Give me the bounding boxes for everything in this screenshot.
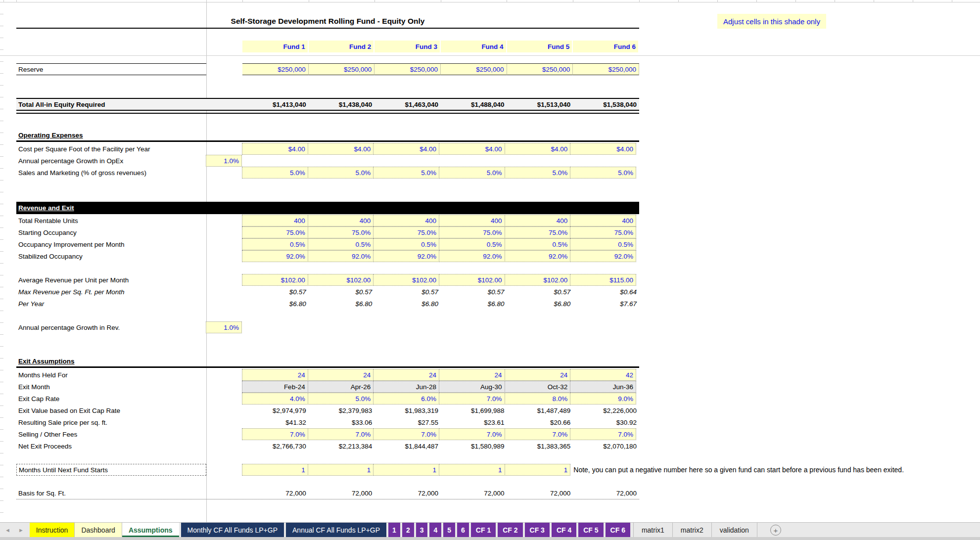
cell-rentable-units-fund4[interactable]: 400 bbox=[439, 215, 505, 226]
cell-exit-cap-rate-fund6[interactable]: 9.0% bbox=[570, 393, 636, 405]
cell-cost-per-sqft-fund6[interactable]: $4.00 bbox=[570, 143, 636, 155]
cell-months-until-next-fund5[interactable]: 1 bbox=[505, 464, 571, 476]
tab-4[interactable]: 4 bbox=[429, 523, 441, 537]
cell-reserve-fund4[interactable]: $250,000 bbox=[441, 63, 507, 75]
tab-cf-5[interactable]: CF 5 bbox=[578, 523, 603, 537]
cell-rentable-units-fund1[interactable]: 400 bbox=[242, 215, 308, 226]
tab-1[interactable]: 1 bbox=[388, 523, 400, 537]
cell-reserve-fund3[interactable]: $250,000 bbox=[374, 63, 441, 75]
cell-rentable-units-fund6[interactable]: 400 bbox=[570, 215, 636, 226]
row-label-net-exit-proceeds: Net Exit Proceeds bbox=[16, 440, 206, 452]
tab-cf-2[interactable]: CF 2 bbox=[498, 523, 522, 537]
cell-sales-marketing-fund4[interactable]: 5.0% bbox=[439, 167, 505, 179]
cell-months-held-fund2[interactable]: 24 bbox=[308, 369, 374, 381]
tab-scroll-left-icon[interactable]: ◄ bbox=[5, 527, 10, 533]
spacer-sale-price-sqft bbox=[206, 416, 242, 428]
tab-validation[interactable]: validation bbox=[712, 523, 757, 537]
cell-selling-fees-fund2[interactable]: 7.0% bbox=[308, 428, 374, 440]
section-label-operating-expenses: Operating Expenses bbox=[16, 132, 83, 139]
cell-cost-per-sqft-fund4[interactable]: $4.00 bbox=[439, 143, 505, 155]
cell-stabilized-occupancy-fund6[interactable]: 92.0% bbox=[570, 250, 636, 262]
tab-2[interactable]: 2 bbox=[402, 523, 414, 537]
cell-occupancy-improvement-fund6[interactable]: 0.5% bbox=[570, 238, 636, 250]
cell-stabilized-occupancy-fund4[interactable]: 92.0% bbox=[439, 250, 505, 262]
cell-avg-revenue-unit-fund1[interactable]: $102.00 bbox=[242, 274, 308, 286]
add-sheet-button[interactable]: + bbox=[770, 525, 781, 536]
cell-avg-revenue-unit-fund2[interactable]: $102.00 bbox=[308, 274, 374, 286]
tab-cf-4[interactable]: CF 4 bbox=[552, 523, 576, 537]
cell-rentable-units-fund2[interactable]: 400 bbox=[308, 215, 374, 226]
input-cell-rev-growth[interactable]: 1.0% bbox=[206, 321, 242, 333]
cell-occupancy-improvement-fund3[interactable]: 0.5% bbox=[373, 238, 439, 250]
tab-dashboard[interactable]: Dashboard bbox=[75, 523, 122, 537]
cell-starting-occupancy-fund2[interactable]: 75.0% bbox=[308, 226, 374, 238]
cell-starting-occupancy-fund1[interactable]: 75.0% bbox=[242, 226, 308, 238]
cell-selling-fees-fund3[interactable]: 7.0% bbox=[373, 428, 439, 440]
tab-matrix1[interactable]: matrix1 bbox=[633, 523, 673, 537]
cell-sales-marketing-fund6[interactable]: 5.0% bbox=[570, 167, 636, 179]
cell-months-until-next-fund1[interactable]: 1 bbox=[242, 464, 308, 476]
cell-exit-cap-rate-fund1[interactable]: 4.0% bbox=[242, 393, 308, 405]
tab-3[interactable]: 3 bbox=[416, 523, 428, 537]
cell-selling-fees-fund4[interactable]: 7.0% bbox=[439, 428, 505, 440]
cell-occupancy-improvement-fund4[interactable]: 0.5% bbox=[439, 238, 505, 250]
cell-cost-per-sqft-fund2[interactable]: $4.00 bbox=[308, 143, 374, 155]
cell-starting-occupancy-fund4[interactable]: 75.0% bbox=[439, 226, 505, 238]
cell-months-until-next-fund3[interactable]: 1 bbox=[373, 464, 439, 476]
cell-occupancy-improvement-fund1[interactable]: 0.5% bbox=[242, 238, 308, 250]
cell-sales-marketing-fund2[interactable]: 5.0% bbox=[308, 167, 374, 179]
cell-selling-fees-fund5[interactable]: 7.0% bbox=[505, 428, 571, 440]
tab-5[interactable]: 5 bbox=[443, 523, 455, 537]
cell-exit-cap-rate-fund4[interactable]: 7.0% bbox=[439, 393, 505, 405]
tab-annual-cf-all-funds-lp-gp[interactable]: Annual CF All Funds LP+GP bbox=[286, 523, 386, 537]
tab-scroll-right-icon[interactable]: ► bbox=[18, 527, 24, 533]
cell-starting-occupancy-fund6[interactable]: 75.0% bbox=[570, 226, 636, 238]
cell-starting-occupancy-fund5[interactable]: 75.0% bbox=[505, 226, 571, 238]
cell-sales-marketing-fund1[interactable]: 5.0% bbox=[242, 167, 308, 179]
cell-cost-per-sqft-fund5[interactable]: $4.00 bbox=[505, 143, 571, 155]
cell-months-held-fund4[interactable]: 24 bbox=[439, 369, 505, 381]
cell-months-held-fund1[interactable]: 24 bbox=[242, 369, 308, 381]
cell-selling-fees-fund6[interactable]: 7.0% bbox=[570, 428, 636, 440]
cell-reserve-fund1[interactable]: $250,000 bbox=[242, 63, 309, 75]
cell-stabilized-occupancy-fund5[interactable]: 92.0% bbox=[505, 250, 571, 262]
cell-months-held-fund6[interactable]: 42 bbox=[570, 369, 636, 381]
cell-avg-revenue-unit-fund3[interactable]: $102.00 bbox=[373, 274, 439, 286]
cell-stabilized-occupancy-fund2[interactable]: 92.0% bbox=[308, 250, 374, 262]
cell-reserve-fund6[interactable]: $250,000 bbox=[573, 63, 639, 75]
cell-months-held-fund3[interactable]: 24 bbox=[373, 369, 439, 381]
cell-avg-revenue-unit-fund5[interactable]: $102.00 bbox=[505, 274, 571, 286]
cell-starting-occupancy-fund3[interactable]: 75.0% bbox=[373, 226, 439, 238]
tab-6[interactable]: 6 bbox=[457, 523, 469, 537]
column-tick bbox=[507, 0, 507, 2]
cell-cost-per-sqft-fund1[interactable]: $4.00 bbox=[242, 143, 308, 155]
tab-matrix2[interactable]: matrix2 bbox=[673, 523, 712, 537]
cell-cost-per-sqft-fund3[interactable]: $4.00 bbox=[373, 143, 439, 155]
cell-months-until-next-fund2[interactable]: 1 bbox=[308, 464, 374, 476]
cell-sales-marketing-fund3[interactable]: 5.0% bbox=[373, 167, 439, 179]
cell-avg-revenue-unit-fund4[interactable]: $102.00 bbox=[439, 274, 505, 286]
cell-stabilized-occupancy-fund3[interactable]: 92.0% bbox=[373, 250, 439, 262]
tab-cf-6[interactable]: CF 6 bbox=[606, 523, 630, 537]
cell-rentable-units-fund5[interactable]: 400 bbox=[505, 215, 571, 226]
tab-monthly-cf-all-funds-lp-gp[interactable]: Monthly CF All Funds LP+GP bbox=[181, 523, 284, 537]
tab-assumptions[interactable]: Assumptions bbox=[122, 523, 179, 537]
cell-occupancy-improvement-fund2[interactable]: 0.5% bbox=[308, 238, 374, 250]
cell-sales-marketing-fund5[interactable]: 5.0% bbox=[505, 167, 571, 179]
cell-months-held-fund5[interactable]: 24 bbox=[505, 369, 571, 381]
cell-selling-fees-fund1[interactable]: 7.0% bbox=[242, 428, 308, 440]
cell-avg-revenue-unit-fund6[interactable]: $115.00 bbox=[570, 274, 636, 286]
tab-cf-1[interactable]: CF 1 bbox=[471, 523, 496, 537]
cell-reserve-fund5[interactable]: $250,000 bbox=[507, 63, 573, 75]
cell-exit-cap-rate-fund5[interactable]: 8.0% bbox=[505, 393, 571, 405]
cell-months-until-next-fund4[interactable]: 1 bbox=[439, 464, 505, 476]
cell-exit-cap-rate-fund2[interactable]: 5.0% bbox=[308, 393, 374, 405]
tab-instruction[interactable]: Instruction bbox=[30, 523, 75, 537]
tab-cf-3[interactable]: CF 3 bbox=[525, 523, 550, 537]
cell-reserve-fund2[interactable]: $250,000 bbox=[309, 63, 375, 75]
input-cell-opex-growth[interactable]: 1.0% bbox=[206, 155, 242, 167]
cell-occupancy-improvement-fund5[interactable]: 0.5% bbox=[505, 238, 571, 250]
cell-exit-cap-rate-fund3[interactable]: 6.0% bbox=[373, 393, 439, 405]
cell-rentable-units-fund3[interactable]: 400 bbox=[373, 215, 439, 226]
cell-stabilized-occupancy-fund1[interactable]: 92.0% bbox=[242, 250, 308, 262]
